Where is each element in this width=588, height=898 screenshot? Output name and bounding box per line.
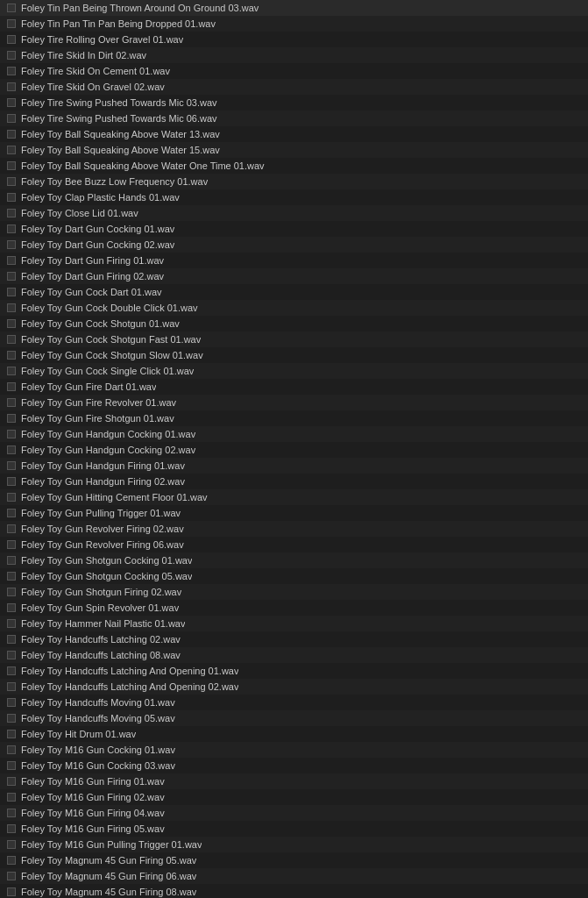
list-item[interactable]: Foley Toy Gun Cock Single Click 01.wav: [0, 363, 588, 379]
file-checkbox[interactable]: [7, 477, 16, 486]
file-checkbox[interactable]: [7, 730, 16, 738]
file-checkbox[interactable]: [7, 588, 16, 596]
list-item[interactable]: Foley Toy Gun Shotgun Cocking 05.wav: [0, 568, 588, 584]
file-checkbox[interactable]: [7, 177, 16, 186]
file-checkbox[interactable]: [7, 398, 16, 407]
file-checkbox[interactable]: [7, 224, 16, 233]
list-item[interactable]: Foley Tire Swing Pushed Towards Mic 03.w…: [0, 95, 588, 110]
list-item[interactable]: Foley Toy M16 Gun Firing 02.wav: [0, 789, 588, 805]
list-item[interactable]: Foley Toy Gun Cock Shotgun 01.wav: [0, 316, 588, 331]
file-checkbox[interactable]: [7, 130, 16, 139]
file-checkbox[interactable]: [7, 430, 16, 438]
list-item[interactable]: Foley Tire Skid On Gravel 02.wav: [0, 79, 588, 95]
file-checkbox[interactable]: [7, 714, 16, 723]
list-item[interactable]: Foley Toy Ball Squeaking Above Water 15.…: [0, 142, 588, 158]
file-checkbox[interactable]: [7, 193, 16, 202]
list-item[interactable]: Foley Toy Ball Squeaking Above Water 13.…: [0, 126, 588, 142]
file-checkbox[interactable]: [7, 67, 16, 75]
file-checkbox[interactable]: [7, 461, 16, 470]
file-checkbox[interactable]: [7, 161, 16, 170]
file-checkbox[interactable]: [7, 288, 16, 296]
list-item[interactable]: Foley Toy Dart Gun Firing 01.wav: [0, 253, 588, 268]
file-checkbox[interactable]: [7, 619, 16, 628]
file-checkbox[interactable]: [7, 698, 16, 707]
list-item[interactable]: Foley Tire Skid In Dirt 02.wav: [0, 47, 588, 63]
list-item[interactable]: Foley Toy Gun Revolver Firing 02.wav: [0, 521, 588, 537]
list-item[interactable]: Foley Toy Gun Shotgun Cocking 01.wav: [0, 552, 588, 568]
file-checkbox[interactable]: [7, 651, 16, 659]
file-checkbox[interactable]: [7, 114, 16, 123]
list-item[interactable]: Foley Toy M16 Gun Firing 04.wav: [0, 805, 588, 821]
file-checkbox[interactable]: [7, 51, 16, 60]
list-item[interactable]: Foley Toy Gun Cock Shotgun Slow 01.wav: [0, 347, 588, 363]
file-checkbox[interactable]: [7, 777, 16, 786]
file-checkbox[interactable]: [7, 872, 16, 880]
list-item[interactable]: Foley Toy Gun Handgun Cocking 01.wav: [0, 426, 588, 442]
file-checkbox[interactable]: [7, 335, 16, 344]
file-checkbox[interactable]: [7, 209, 16, 217]
file-checkbox[interactable]: [7, 82, 16, 91]
file-checkbox[interactable]: [7, 856, 16, 865]
list-item[interactable]: Foley Toy M16 Gun Pulling Trigger 01.wav: [0, 837, 588, 852]
file-checkbox[interactable]: [7, 146, 16, 154]
list-item[interactable]: Foley Toy Gun Fire Revolver 01.wav: [0, 395, 588, 410]
list-item[interactable]: Foley Tin Pan Tin Pan Being Dropped 01.w…: [0, 16, 588, 32]
file-checkbox[interactable]: [7, 98, 16, 107]
file-checkbox[interactable]: [7, 493, 16, 502]
file-checkbox[interactable]: [7, 382, 16, 391]
file-checkbox[interactable]: [7, 540, 16, 549]
list-item[interactable]: Foley Toy Gun Handgun Firing 01.wav: [0, 458, 588, 474]
list-item[interactable]: Foley Toy Handcuffs Moving 05.wav: [0, 710, 588, 726]
list-item[interactable]: Foley Toy Ball Squeaking Above Water One…: [0, 158, 588, 174]
file-checkbox[interactable]: [7, 635, 16, 644]
list-item[interactable]: Foley Toy Gun Shotgun Firing 02.wav: [0, 584, 588, 600]
file-checkbox[interactable]: [7, 272, 16, 281]
file-checkbox[interactable]: [7, 35, 16, 44]
list-item[interactable]: Foley Toy Gun Cock Shotgun Fast 01.wav: [0, 331, 588, 347]
list-item[interactable]: Foley Toy M16 Gun Firing 05.wav: [0, 821, 588, 837]
list-item[interactable]: Foley Toy Gun Revolver Firing 06.wav: [0, 537, 588, 552]
list-item[interactable]: Foley Toy Handcuffs Latching And Opening…: [0, 679, 588, 695]
list-item[interactable]: Foley Toy Handcuffs Moving 01.wav: [0, 695, 588, 710]
file-checkbox[interactable]: [7, 666, 16, 675]
file-checkbox[interactable]: [7, 572, 16, 581]
list-item[interactable]: Foley Tire Rolling Over Gravel 01.wav: [0, 32, 588, 47]
list-item[interactable]: Foley Toy Gun Cock Dart 01.wav: [0, 284, 588, 300]
file-checkbox[interactable]: [7, 809, 16, 817]
list-item[interactable]: Foley Tire Swing Pushed Towards Mic 06.w…: [0, 110, 588, 126]
list-item[interactable]: Foley Toy Hammer Nail Plastic 01.wav: [0, 616, 588, 631]
file-checkbox[interactable]: [7, 303, 16, 312]
file-checkbox[interactable]: [7, 840, 16, 849]
list-item[interactable]: Foley Toy Close Lid 01.wav: [0, 205, 588, 221]
file-checkbox[interactable]: [7, 509, 16, 517]
file-checkbox[interactable]: [7, 351, 16, 360]
file-checkbox[interactable]: [7, 367, 16, 375]
list-item[interactable]: Foley Toy Gun Handgun Firing 02.wav: [0, 474, 588, 489]
file-checkbox[interactable]: [7, 319, 16, 328]
list-item[interactable]: Foley Tire Skid On Cement 01.wav: [0, 63, 588, 79]
list-item[interactable]: Foley Toy Dart Gun Cocking 01.wav: [0, 221, 588, 237]
list-item[interactable]: Foley Toy Gun Cock Double Click 01.wav: [0, 300, 588, 316]
list-item[interactable]: Foley Toy Hit Drum 01.wav: [0, 726, 588, 742]
file-checkbox[interactable]: [7, 603, 16, 612]
file-checkbox[interactable]: [7, 4, 16, 12]
list-item[interactable]: Foley Toy Magnum 45 Gun Firing 05.wav: [0, 852, 588, 868]
list-item[interactable]: Foley Toy Gun Pulling Trigger 01.wav: [0, 505, 588, 521]
file-checkbox[interactable]: [7, 240, 16, 249]
list-item[interactable]: Foley Toy M16 Gun Firing 01.wav: [0, 773, 588, 789]
file-checkbox[interactable]: [7, 445, 16, 454]
list-item[interactable]: Foley Toy Gun Spin Revolver 01.wav: [0, 600, 588, 616]
file-checkbox[interactable]: [7, 19, 16, 28]
list-item[interactable]: Foley Toy Gun Handgun Cocking 02.wav: [0, 442, 588, 458]
list-item[interactable]: Foley Toy Gun Fire Dart 01.wav: [0, 379, 588, 395]
list-item[interactable]: Foley Tin Pan Being Thrown Around On Gro…: [0, 0, 588, 16]
list-item[interactable]: Foley Toy Magnum 45 Gun Firing 08.wav: [0, 884, 588, 898]
list-item[interactable]: Foley Toy Handcuffs Latching And Opening…: [0, 663, 588, 679]
list-item[interactable]: Foley Toy M16 Gun Cocking 03.wav: [0, 758, 588, 773]
list-item[interactable]: Foley Toy Clap Plastic Hands 01.wav: [0, 189, 588, 205]
list-item[interactable]: Foley Toy Magnum 45 Gun Firing 06.wav: [0, 868, 588, 884]
file-checkbox[interactable]: [7, 556, 16, 565]
list-item[interactable]: Foley Toy Handcuffs Latching 08.wav: [0, 647, 588, 663]
file-checkbox[interactable]: [7, 745, 16, 754]
file-checkbox[interactable]: [7, 682, 16, 691]
